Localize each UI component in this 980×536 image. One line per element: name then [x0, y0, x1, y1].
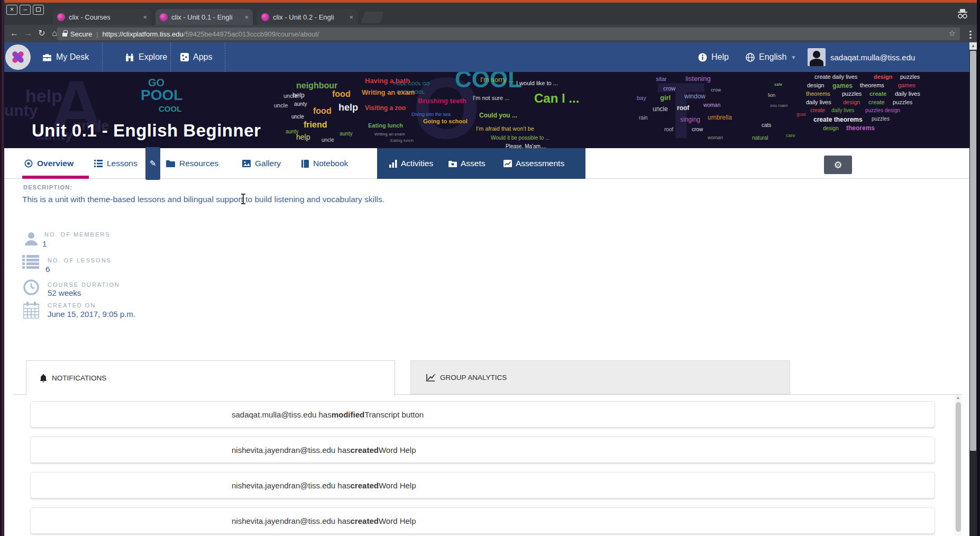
banner-word: rain — [639, 115, 648, 121]
banner-word: GO — [148, 77, 164, 88]
url-separator: | — [96, 30, 98, 38]
window-close-button[interactable]: × — [6, 5, 17, 15]
tab-activities[interactable]: Activities — [389, 148, 433, 179]
banner-word: goat — [796, 112, 806, 117]
image-icon — [242, 160, 251, 167]
clix-logo-icon — [8, 48, 28, 67]
banner-word: roof — [677, 105, 689, 111]
tab-notebook[interactable]: Notebook — [301, 148, 348, 179]
section-tab-label: NOTIFICATIONS — [52, 374, 106, 382]
banner-word: aunty — [294, 102, 307, 107]
nav-language[interactable]: English ▼ — [746, 42, 796, 72]
banner-word: daily lives — [831, 108, 854, 113]
nav-apps[interactable]: Apps — [180, 42, 212, 72]
notification-item[interactable]: nishevita.jayendran@tiss.edu has created… — [30, 507, 935, 534]
list-scrollbar-thumb[interactable] — [956, 402, 961, 532]
nav-help[interactable]: Help — [698, 42, 729, 72]
tab-label: Assets — [461, 159, 486, 168]
tab-notifications[interactable]: NOTIFICATIONS — [26, 360, 395, 395]
settings-button[interactable]: ⚙ — [824, 156, 852, 174]
banner-word: crow — [711, 88, 721, 93]
tab-close-icon[interactable]: × — [143, 13, 147, 21]
briefcase-icon — [42, 53, 52, 61]
banner-word: design — [843, 99, 860, 105]
bookmark-star-icon[interactable]: ☆ — [949, 29, 956, 38]
forward-button[interactable]: → — [22, 27, 34, 40]
notification-item[interactable]: nishevita.jayendran@tiss.edu has created… — [30, 472, 935, 498]
tab-resources[interactable]: Resources — [166, 148, 218, 179]
navbar-divider — [170, 42, 171, 72]
text-cursor — [241, 194, 246, 204]
browser-toolbar: ← → ↻ ⌂ Secure | https://clixplatform.ti… — [4, 25, 977, 42]
lock-icon — [62, 33, 67, 37]
banner-word: Writing an exam — [374, 132, 405, 137]
nav-label: English — [759, 52, 786, 62]
banner-word: help — [292, 92, 305, 98]
scroll-up-button[interactable]: ▲ — [969, 42, 977, 50]
banner-word: umbrella — [708, 114, 732, 121]
browser-tab-courses[interactable]: clix - Courses × — [53, 9, 151, 25]
active-tab-underline — [22, 176, 89, 179]
banner-word: design — [823, 126, 838, 131]
tab-assets[interactable]: Assets — [448, 148, 486, 179]
tab-overview[interactable]: Overview — [24, 148, 74, 179]
notification-item[interactable]: nishevita.jayendran@tiss.edu has created… — [30, 437, 935, 463]
clix-favicon — [160, 13, 168, 21]
browser-menu-icon[interactable] — [969, 29, 972, 40]
notebook-icon — [301, 160, 309, 168]
new-tab-button[interactable] — [361, 12, 383, 23]
banner-word: create theorems — [813, 116, 863, 123]
stat-label: CREATED ON — [48, 302, 96, 308]
window-maximize-button[interactable] — [33, 5, 44, 15]
list-scrollbar[interactable]: ▲ — [955, 395, 961, 536]
nav-my-desk[interactable]: My Desk — [42, 42, 89, 72]
banner-word: uncle — [653, 106, 668, 112]
reload-button[interactable]: ↻ — [36, 27, 48, 40]
back-button[interactable]: ← — [8, 27, 20, 40]
activities-icon — [389, 160, 397, 168]
browser-tab-unit-0-2[interactable]: clix - Unit 0.2 - Engli × — [257, 9, 358, 25]
avatar[interactable] — [808, 48, 826, 66]
address-bar[interactable]: Secure | https://clixplatform.tiss.edu/5… — [57, 28, 960, 40]
clix-favicon — [261, 13, 269, 21]
tab-close-icon[interactable]: × — [349, 13, 353, 21]
banner-word: lion — [768, 93, 775, 98]
banner-word: roof — [664, 127, 673, 132]
binoculars-icon — [125, 53, 134, 61]
url-domain: https://clixplatform.tiss.edu — [103, 30, 184, 38]
nav-explore[interactable]: Explore — [125, 42, 167, 72]
page-scrollbar[interactable]: ▲ — [969, 42, 977, 536]
banner-word: Eating lunch — [368, 123, 403, 129]
tab-assessments[interactable]: Assessments — [503, 148, 564, 179]
nav-label: Help — [711, 52, 729, 62]
nav-label: My Desk — [56, 52, 89, 62]
nav-label: Apps — [193, 52, 212, 62]
scroll-up-icon[interactable]: ▲ — [955, 395, 961, 401]
banner-word: puzzles design — [865, 108, 900, 113]
notification-list: sadaqat.mulla@tiss.edu has modified Tran… — [30, 401, 935, 534]
tab-gallery[interactable]: Gallery — [242, 148, 281, 179]
lessons-list-icon — [94, 160, 103, 167]
banner-word: help — [338, 103, 358, 112]
stat-value: 52 weeks — [48, 288, 81, 297]
notification-item[interactable]: sadaqat.mulla@tiss.edu has modified Tran… — [30, 401, 935, 428]
edit-tabs-button[interactable]: ✎ — [145, 147, 160, 180]
tab-lessons[interactable]: Lessons — [94, 148, 138, 179]
banner-word: design — [874, 74, 892, 80]
banner-word: singing — [680, 116, 700, 123]
banner-word: design — [807, 83, 824, 88]
tab-close-icon[interactable]: × — [244, 13, 249, 21]
banner-word: games — [832, 83, 853, 89]
banner-word: theorems — [860, 83, 884, 88]
browser-tab-unit-0-1[interactable]: clix - Unit 0.1 - Engli × — [155, 9, 253, 25]
banner-word: zoo roam — [770, 104, 787, 108]
banner-word: POOL — [141, 88, 182, 103]
user-email[interactable]: sadaqat.mulla@tiss.edu — [830, 42, 915, 72]
clix-logo[interactable] — [5, 44, 31, 70]
browser-window: × – clix - Courses × clix - Unit 0.1 - E… — [4, 3, 977, 536]
tab-group-analytics[interactable]: GROUP ANALYTICS — [410, 360, 790, 394]
page-scrollbar-thumb[interactable] — [970, 51, 976, 451]
window-minimize-button[interactable]: – — [20, 5, 31, 15]
lessons-count-icon — [22, 255, 39, 269]
banner-word: puzzles — [872, 116, 890, 122]
